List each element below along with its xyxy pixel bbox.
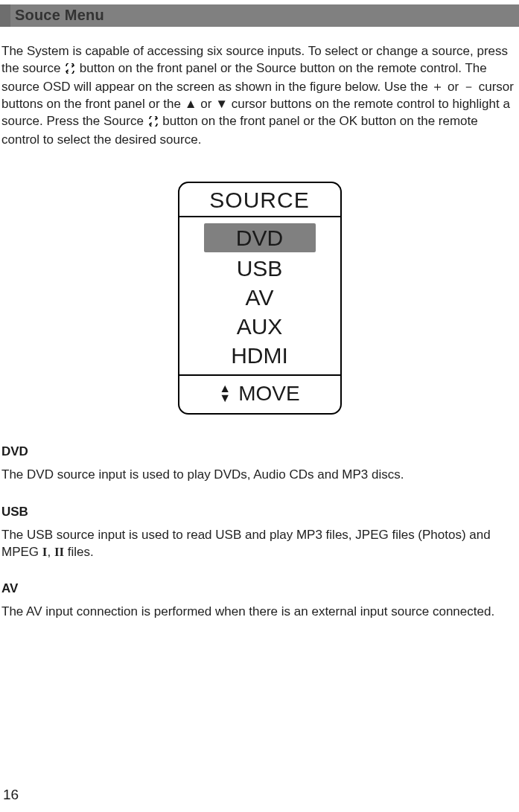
osd-item-dvd: DVD	[204, 223, 316, 252]
manual-page: Souce Menu The System is capable of acce…	[0, 4, 519, 812]
section-heading: DVD	[1, 444, 518, 459]
source-cycle-icon	[64, 62, 76, 79]
osd-title: SOURCE	[179, 183, 340, 217]
osd-panel: SOURCE DVD USB AV AUX HDMI ▲ ▼ MOVE	[178, 182, 342, 415]
section-body: The DVD source input is used to play DVD…	[1, 467, 518, 484]
section-header-title: Souce Menu	[10, 4, 110, 27]
down-triangle-icon: ▼	[215, 97, 228, 111]
intro-text: or	[200, 97, 215, 111]
roman-numeral: II	[54, 545, 64, 559]
header-accent	[0, 4, 10, 27]
up-triangle-icon: ▲	[185, 97, 197, 111]
osd-move-label: MOVE	[238, 382, 299, 406]
osd-source-list: DVD USB AV AUX HDMI	[179, 217, 340, 376]
section-body-text: ,	[47, 545, 54, 559]
section-dvd: DVD The DVD source input is used to play…	[1, 444, 518, 484]
up-down-arrows-icon: ▲ ▼	[219, 384, 231, 403]
intro-text: or	[448, 80, 462, 94]
osd-figure-wrap: SOURCE DVD USB AV AUX HDMI ▲ ▼ MOVE	[0, 182, 519, 415]
section-heading: USB	[1, 505, 518, 520]
source-cycle-icon	[147, 115, 159, 132]
osd-footer: ▲ ▼ MOVE	[179, 376, 340, 413]
page-number: 16	[3, 787, 19, 803]
section-body: The USB source input is used to read USB…	[1, 527, 518, 561]
minus-icon: －	[462, 80, 475, 94]
section-av: AV The AV input connection is performed …	[1, 581, 518, 621]
section-usb: USB The USB source input is used to read…	[1, 505, 518, 561]
intro-paragraph: The System is capable of accessing six s…	[1, 43, 518, 149]
osd-item-usb: USB	[179, 254, 340, 283]
section-heading: AV	[1, 581, 518, 596]
section-header-bar: Souce Menu	[0, 4, 519, 27]
osd-item-hdmi: HDMI	[179, 341, 340, 370]
osd-item-av: AV	[179, 283, 340, 312]
plus-icon: ＋	[431, 80, 444, 94]
section-body: The AV input connection is performed whe…	[1, 604, 518, 621]
down-triangle-icon: ▼	[219, 394, 231, 403]
section-body-text: files.	[64, 545, 94, 559]
osd-item-aux: AUX	[179, 312, 340, 341]
